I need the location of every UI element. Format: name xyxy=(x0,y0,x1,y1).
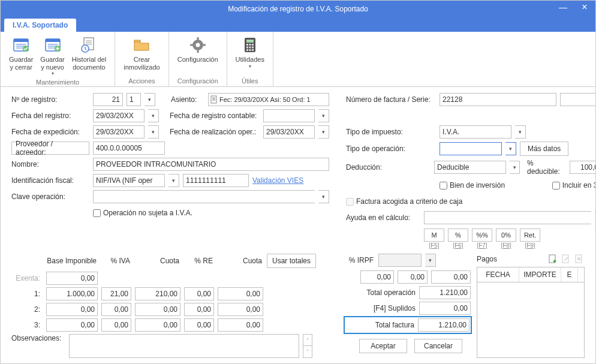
no-sujeta-checkbox[interactable]: Operación no sujeta a I.V.A. xyxy=(93,209,192,217)
guardar-nuevo-button[interactable]: Guardar y nuevo ▾ xyxy=(37,34,68,77)
svg-rect-1 xyxy=(14,39,28,42)
num-registro-dropdown[interactable]: ▾ xyxy=(145,93,155,106)
r3-cuota2-input[interactable] xyxy=(218,318,263,332)
help-m-button[interactable]: M xyxy=(424,228,444,242)
minimize-button[interactable]: — xyxy=(552,1,574,14)
fecha-oper-input[interactable] xyxy=(263,125,315,139)
pagos-col-e: E xyxy=(561,267,578,282)
serie-input[interactable] xyxy=(560,93,596,106)
help-0pct-button[interactable]: 0% xyxy=(496,228,516,242)
fecha-registro-dropdown[interactable]: ▾ xyxy=(148,109,159,122)
r3-re-input[interactable] xyxy=(184,318,214,332)
ident-valor-input[interactable] xyxy=(183,174,249,187)
irpf-tipo-select xyxy=(378,254,422,267)
titlebar: Modificación de registro de I.V.A. Sopor… xyxy=(1,1,595,17)
fecha-contable-dropdown[interactable]: ▾ xyxy=(318,109,329,122)
aceptar-button[interactable]: Aceptar xyxy=(359,339,407,353)
nombre-input[interactable] xyxy=(93,158,329,171)
window-title: Modificación de registro de I.V.A. Sopor… xyxy=(228,5,368,13)
help-pctpct-button[interactable]: %% xyxy=(472,228,492,242)
svg-rect-17 xyxy=(246,44,248,46)
pagos-edit-button[interactable] xyxy=(561,254,571,264)
fecha-contable-label: Fecha de registro contable: xyxy=(170,112,260,120)
fecha-registro-input[interactable] xyxy=(93,109,145,122)
tipo-impuesto-dropdown[interactable]: ▾ xyxy=(515,125,526,139)
fecha-exped-dropdown[interactable]: ▾ xyxy=(148,125,159,139)
r3-base-input[interactable] xyxy=(46,318,98,332)
ayuda-calculo-select[interactable] xyxy=(424,211,591,224)
pagos-col-fecha: FECHA xyxy=(477,267,519,282)
help-pct-button[interactable]: % xyxy=(448,228,468,242)
ident-tipo-dropdown[interactable]: ▾ xyxy=(168,174,179,187)
pct-deducible-input[interactable] xyxy=(570,161,596,174)
ribbon-group-mantenimiento: Mantenimiento xyxy=(5,77,110,88)
r2-re-input[interactable] xyxy=(184,303,214,316)
crear-inmovilizado-button[interactable]: Crear inmovilizado xyxy=(120,34,164,72)
r2-cuota-input[interactable] xyxy=(135,303,180,316)
validacion-vies-link[interactable]: Validación VIES xyxy=(252,176,303,185)
asiento-button[interactable]: Fec: 29/03/20XX Asi: 50 Ord: 1 xyxy=(208,93,329,106)
obs-up-button[interactable]: ˄ xyxy=(303,334,312,346)
cancelar-button[interactable]: Cancelar xyxy=(414,339,462,353)
r1-base-input[interactable] xyxy=(46,287,98,300)
tab-iva-soportado[interactable]: I.V.A. Soportado xyxy=(4,19,76,32)
r2-base-input[interactable] xyxy=(46,303,98,316)
pagos-add-button[interactable] xyxy=(547,254,558,264)
guardar-cerrar-button[interactable]: Guardar y cerrar xyxy=(5,34,37,72)
help-ret-button[interactable]: Ret. xyxy=(520,228,540,242)
usar-totales-button[interactable]: Usar totales xyxy=(267,254,316,268)
fecha-contable-input[interactable] xyxy=(263,109,315,122)
pagos-table[interactable]: FECHA IMPORTE E xyxy=(477,267,585,358)
tipo-operacion-select[interactable] xyxy=(440,142,502,155)
observaciones-textarea[interactable] xyxy=(69,334,299,358)
deduccion-select[interactable] xyxy=(434,161,506,174)
r2-cuota2-input[interactable] xyxy=(218,303,263,316)
save-new-icon xyxy=(43,35,62,55)
clave-operacion-select[interactable] xyxy=(93,190,315,203)
fecha-oper-dropdown[interactable]: ▾ xyxy=(318,125,329,139)
total-factura-input[interactable] xyxy=(418,318,469,332)
irpf-tipo-dropdown: ▾ xyxy=(425,254,436,267)
svg-rect-4 xyxy=(46,39,60,42)
tipo-impuesto-select[interactable] xyxy=(440,125,511,139)
total-operacion-input[interactable] xyxy=(419,286,471,299)
close-button[interactable]: × xyxy=(574,1,595,14)
fecha-exped-input[interactable] xyxy=(93,125,145,139)
ribbon-group-acciones: Acciones xyxy=(120,76,164,86)
proveedor-input[interactable] xyxy=(93,142,165,155)
suplidos-input[interactable] xyxy=(419,302,471,315)
r1-cuota2-input[interactable] xyxy=(218,287,263,300)
bien-inversion-checkbox[interactable]: Bien de inversión xyxy=(440,181,505,189)
utilidades-button[interactable]: Utilidades ▾ xyxy=(232,34,268,70)
num-registro-input[interactable] xyxy=(93,93,123,106)
exenta-base-input[interactable] xyxy=(46,272,98,285)
num-factura-input[interactable] xyxy=(440,93,556,106)
obs-down-button[interactable]: ˅ xyxy=(303,346,312,358)
fecha-registro-label: Fecha del registro: xyxy=(11,112,89,120)
irpf-v1-input[interactable] xyxy=(360,270,394,284)
configuracion-button[interactable]: Configuración xyxy=(174,34,222,65)
r1-cuota-input[interactable] xyxy=(135,287,180,300)
r1-iva-input[interactable] xyxy=(101,287,131,300)
ribbon: Guardar y cerrar Guardar y nuevo ▾ Histo… xyxy=(1,32,595,87)
col-irpf-header: % IRPF xyxy=(345,256,375,264)
suplidos-label: [F4] Suplidos xyxy=(345,304,416,312)
mas-datos-button[interactable]: Más datos xyxy=(520,142,568,156)
deduccion-dropdown[interactable]: ▾ xyxy=(510,161,520,174)
pct-deducible-label: % deducible: xyxy=(527,159,566,176)
irpf-v2-input[interactable] xyxy=(398,270,428,284)
irpf-v3-input[interactable] xyxy=(431,270,471,284)
pagos-delete-button[interactable] xyxy=(574,254,585,264)
pagos-col-importe: IMPORTE xyxy=(519,267,561,282)
incluir-347-checkbox[interactable]: Incluir en 347 xyxy=(552,181,596,189)
historial-button[interactable]: Historial del documento xyxy=(68,34,110,72)
ident-tipo-select[interactable] xyxy=(93,174,165,187)
r3-cuota-input[interactable] xyxy=(135,318,180,332)
tipo-operacion-dropdown[interactable]: ▾ xyxy=(505,142,516,155)
r1-re-input[interactable] xyxy=(184,287,214,300)
r3-iva-input[interactable] xyxy=(101,318,131,332)
num-registro-seq-input[interactable] xyxy=(127,93,141,106)
clave-operacion-dropdown[interactable]: ▾ xyxy=(318,190,329,203)
col-iva-header: % IVA xyxy=(101,257,131,265)
r2-iva-input[interactable] xyxy=(101,303,131,316)
